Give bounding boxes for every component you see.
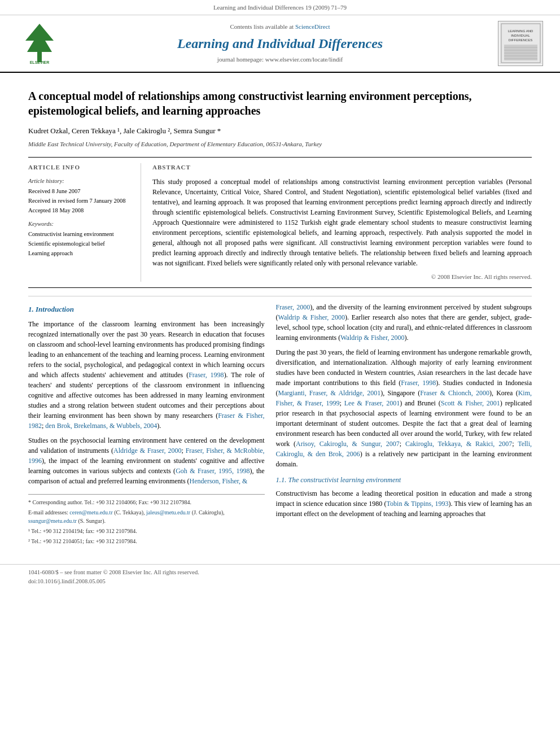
elsevier-tree-icon: ELSEVIER — [17, 21, 62, 66]
ref-fraser-2000[interactable]: Fraser, 2000 — [276, 303, 310, 311]
svg-rect-8 — [504, 45, 537, 60]
keywords: Constructivist learning environment Scie… — [28, 230, 133, 258]
footnote-corresponding: * Corresponding author. Tel.: +90 312 21… — [28, 498, 265, 506]
received-date: Received 8 June 2007 — [28, 187, 133, 195]
section1-heading: 1. Introduction — [28, 304, 265, 315]
journal-cover-icon: LEARNING AND INDIVIDUAL DIFFERENCES — [500, 22, 542, 64]
keyword-2: Scientific epistemological belief — [28, 239, 133, 248]
journal-title: Learning and Individual Differences — [68, 34, 492, 54]
footnote-section: * Corresponding author. Tel.: +90 312 21… — [28, 494, 265, 545]
footnote-emails: E-mail addresses: ceren@metu.edu.tr (C. … — [28, 508, 265, 525]
svg-text:ELSEVIER: ELSEVIER — [30, 60, 50, 64]
svg-text:DIFFERENCES: DIFFERENCES — [508, 38, 532, 42]
ref-arisoy[interactable]: Arisoy, Cakiroglu, & Sungur, 2007 — [296, 440, 400, 448]
abstract-heading: Abstract — [152, 163, 532, 172]
svg-marker-1 — [25, 24, 54, 52]
journal-homepage: journal homepage: www.elsevier.com/locat… — [68, 55, 492, 64]
journal-cover-image: LEARNING AND INDIVIDUAL DIFFERENCES — [498, 21, 543, 66]
journal-header: ELSEVIER Contents lists available at Sci… — [0, 15, 560, 73]
right-para2: During the past 30 years, the field of l… — [276, 347, 532, 469]
ref-waldrip-fisher-2000a[interactable]: Waldrip & Fisher, 2000 — [278, 313, 345, 321]
affiliation: Middle East Technical University, Facult… — [28, 140, 532, 149]
keywords-label: Keywords: — [28, 220, 133, 228]
journal-center-info: Contents lists available at ScienceDirec… — [68, 23, 492, 65]
svg-text:LEARNING AND: LEARNING AND — [508, 29, 533, 33]
top-bar: Learning and Individual Differences 19 (… — [0, 0, 560, 15]
accepted-date: Accepted 18 May 2008 — [28, 206, 133, 215]
ref-aldridge-fraser[interactable]: Aldridge & Fraser, 2000 — [113, 447, 181, 455]
ref-goh-fraser[interactable]: Goh & Fraser, 1995, 1998 — [176, 467, 250, 475]
footnote-1: ¹ Tel.: +90 312 2104194; fax: +90 312 21… — [28, 527, 265, 535]
right-column: Fraser, 2000), and the diversity of the … — [276, 302, 532, 548]
sciencedirect-link: Contents lists available at ScienceDirec… — [68, 23, 492, 32]
email-sungur[interactable]: ssungur@metu.edu.tr — [28, 518, 77, 524]
article-info-heading: Article Info — [28, 163, 133, 172]
ref-den-brok[interactable]: den Brok, Brekelmans, & Wubbels, 2004 — [45, 422, 157, 430]
main-content: 1. Introduction The importance of the cl… — [28, 302, 532, 548]
ref-fraser-1998b[interactable]: Fraser, 1998 — [401, 379, 436, 387]
ref-fraser-chionch[interactable]: Fraser & Chionch, 2000 — [420, 389, 489, 397]
abstract-panel: Abstract This study proposed a conceptua… — [152, 163, 532, 282]
author-names: Kudret Ozkal, Ceren Tekkaya ¹, Jale Caki… — [28, 126, 221, 135]
issn-text: 1041-6080/$ – see front matter © 2008 El… — [28, 569, 199, 575]
elsevier-logo: ELSEVIER — [17, 21, 68, 66]
revised-date: Received in revised form 7 January 2008 — [28, 196, 133, 205]
email-cakiroglu[interactable]: jaleus@metu.edu.tr — [146, 509, 190, 516]
section-divider — [28, 296, 532, 296]
subsection-1-1-heading: 1.1. The constructivist learning environ… — [276, 475, 532, 485]
footnote-2: ² Tel.: +90 312 2104051; fax: +90 312 21… — [28, 537, 265, 545]
article-title: A conceptual model of relationships amon… — [28, 89, 532, 118]
keyword-3: Learning approach — [28, 249, 133, 257]
svg-text:INDIVIDUAL: INDIVIDUAL — [511, 34, 530, 37]
article-body: A conceptual model of relationships amon… — [0, 73, 560, 559]
journal-logo-right: LEARNING AND INDIVIDUAL DIFFERENCES — [492, 21, 543, 66]
bottom-bar: 1041-6080/$ – see front matter © 2008 El… — [0, 564, 560, 588]
keyword-1: Constructivist learning environment — [28, 230, 133, 238]
right-para3: Constructivism has become a leading theo… — [276, 488, 532, 519]
left-column: 1. Introduction The importance of the cl… — [28, 302, 265, 548]
ref-margianti[interactable]: Margianti, Fraser, & Aldridge, 2001 — [278, 389, 381, 397]
ref-scott-fisher[interactable]: Scott & Fisher, 2001 — [441, 399, 500, 407]
ref-lee-fraser[interactable]: Lee & Fraser, 2001 — [344, 399, 400, 407]
ref-henderson-fisher[interactable]: Henderson, Fisher, & — [190, 477, 248, 485]
section1-para1: The importance of the classroom learning… — [28, 319, 265, 431]
info-abstract-section: Article Info Article history: Received 8… — [28, 157, 532, 288]
abstract-text: This study proposed a conceptual model o… — [152, 177, 532, 268]
email-label: E-mail addresses: — [28, 509, 68, 516]
ref-cakiroglu-tekkaya[interactable]: Cakiroglu, Tekkaya, & Rakici, 2007 — [405, 440, 512, 448]
section1-para2: Studies on the psychosocial learning env… — [28, 435, 265, 486]
ref-tobin-tippins[interactable]: Tobin & Tippins, 1993 — [387, 500, 449, 508]
authors: Kudret Ozkal, Ceren Tekkaya ¹, Jale Caki… — [28, 126, 532, 137]
ref-fraser-1998[interactable]: Fraser, 1998 — [189, 371, 224, 379]
sciencedirect-anchor[interactable]: ScienceDirect — [295, 23, 330, 30]
article-info-panel: Article Info Article history: Received 8… — [28, 163, 141, 282]
leading-text: leading — [362, 490, 382, 497]
right-para1: Fraser, 2000), and the diversity of the … — [276, 302, 532, 343]
copyright-notice: © 2008 Elsevier Inc. All rights reserved… — [152, 273, 532, 282]
ref-waldrip-fisher-2000b[interactable]: Waldrip & Fisher, 2000 — [340, 334, 404, 342]
journal-citation: Learning and Individual Differences 19 (… — [213, 4, 347, 11]
email-tekkaya[interactable]: ceren@metu.edu.tr — [69, 509, 112, 516]
doi-text: doi:10.1016/j.lindif.2008.05.005 — [28, 578, 106, 584]
history-label: Article history: — [28, 177, 133, 185]
